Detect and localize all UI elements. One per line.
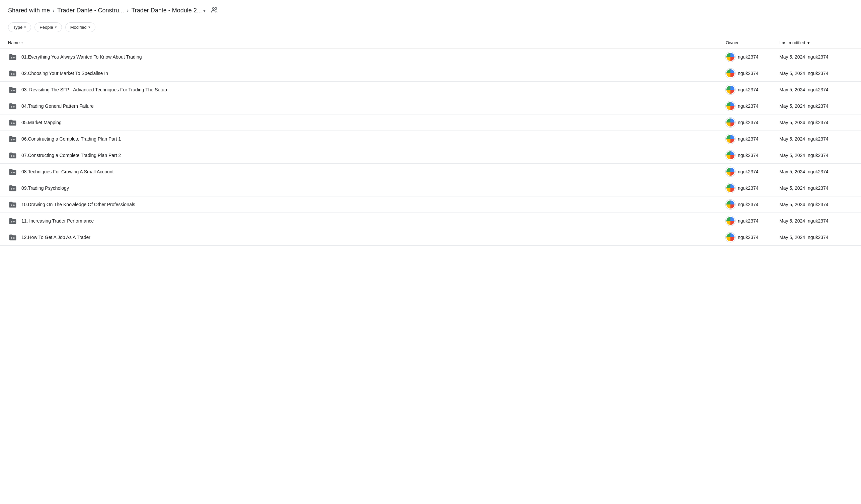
modified-by: nguk2374 xyxy=(808,153,829,158)
breadcrumb-dropdown-arrow[interactable]: ▾ xyxy=(203,8,206,13)
svg-point-24 xyxy=(11,237,12,239)
modified-filter-label: Modified xyxy=(70,25,87,30)
type-filter-arrow: ▾ xyxy=(24,25,26,29)
file-name-label: 12.How To Get A Job As A Trader xyxy=(22,235,91,240)
table-row[interactable]: 01.Everything You Always Wanted To Know … xyxy=(0,49,861,65)
svg-point-17 xyxy=(13,172,15,173)
folder-icon xyxy=(8,233,17,242)
modified-by: nguk2374 xyxy=(808,235,829,240)
owner-name: nguk2374 xyxy=(738,218,758,224)
modified-cell: May 5, 2024 nguk2374 xyxy=(774,213,861,229)
avatar xyxy=(726,151,735,160)
folder-icon xyxy=(8,69,17,78)
svg-point-12 xyxy=(11,139,12,141)
modified-cell: May 5, 2024 nguk2374 xyxy=(774,164,861,180)
table-row[interactable]: 04.Trading General Pattern Failure nguk2… xyxy=(0,98,861,114)
modified-filter-button[interactable]: Modified ▾ xyxy=(65,23,95,32)
file-name-cell: 03. Revisiting The SFP - Advanced Techni… xyxy=(0,82,720,98)
breadcrumb-trader-dante-constru[interactable]: Trader Dante - Constru... xyxy=(57,7,124,14)
file-name-label: 06.Constructing a Complete Trading Plan … xyxy=(22,136,121,142)
modified-cell: May 5, 2024 nguk2374 xyxy=(774,82,861,98)
owner-name: nguk2374 xyxy=(738,54,758,59)
name-col-label: Name xyxy=(8,40,20,45)
owner-name: nguk2374 xyxy=(738,202,758,207)
people-filter-button[interactable]: People ▾ xyxy=(35,23,62,32)
avatar xyxy=(726,134,735,143)
table-row[interactable]: 08.Techniques For Growing A Small Accoun… xyxy=(0,164,861,180)
file-name-label: 03. Revisiting The SFP - Advanced Techni… xyxy=(22,87,167,93)
file-name-cell: 01.Everything You Always Wanted To Know … xyxy=(0,49,720,65)
breadcrumb: Shared with me › Trader Dante - Constru.… xyxy=(0,0,861,20)
modified-filter-arrow: ▾ xyxy=(88,25,91,29)
name-sort-icon: ↑ xyxy=(21,41,23,45)
svg-point-25 xyxy=(13,237,15,239)
modified-sort-button[interactable]: Last modified ▼ xyxy=(779,40,810,45)
owner-cell: nguk2374 xyxy=(720,114,774,131)
breadcrumb-shared-with-me[interactable]: Shared with me xyxy=(8,7,50,14)
file-name-cell: 05.Market Mapping xyxy=(0,114,720,130)
file-name-label: 10.Drawing On The Knowledge Of Other Pro… xyxy=(22,202,135,207)
people-filter-arrow: ▾ xyxy=(55,25,57,29)
table-header-row: Name ↑ Owner Last modified ▼ xyxy=(0,37,861,49)
table-row[interactable]: 11. Increasing Trader Performance nguk23… xyxy=(0,213,861,229)
modified-date: May 5, 2024 xyxy=(779,103,805,109)
table-row[interactable]: 03. Revisiting The SFP - Advanced Techni… xyxy=(0,82,861,98)
owner-name: nguk2374 xyxy=(738,153,758,158)
avatar xyxy=(726,200,735,209)
svg-point-14 xyxy=(11,155,12,157)
svg-point-13 xyxy=(13,139,15,141)
name-column-header[interactable]: Name ↑ xyxy=(0,37,720,49)
owner-cell: nguk2374 xyxy=(720,65,774,82)
avatar xyxy=(726,183,735,193)
owner-name: nguk2374 xyxy=(738,169,758,174)
owner-cell: nguk2374 xyxy=(720,180,774,196)
name-sort-button[interactable]: Name ↑ xyxy=(8,40,23,45)
modified-date: May 5, 2024 xyxy=(779,153,805,158)
folder-icon xyxy=(8,151,17,160)
type-filter-label: Type xyxy=(13,25,23,30)
svg-point-9 xyxy=(13,106,15,108)
table-row[interactable]: 10.Drawing On The Knowledge Of Other Pro… xyxy=(0,196,861,213)
modified-by: nguk2374 xyxy=(808,71,829,76)
folder-icon xyxy=(8,52,17,61)
table-row[interactable]: 12.How To Get A Job As A Trader nguk2374… xyxy=(0,229,861,246)
modified-date: May 5, 2024 xyxy=(779,185,805,191)
manage-members-icon[interactable] xyxy=(211,6,218,15)
owner-cell: nguk2374 xyxy=(720,196,774,213)
modified-by: nguk2374 xyxy=(808,120,829,125)
modified-column-header[interactable]: Last modified ▼ xyxy=(774,37,861,49)
file-name-cell: 09.Trading Psychology xyxy=(0,180,720,196)
file-name-cell: 06.Constructing a Complete Trading Plan … xyxy=(0,131,720,147)
avatar xyxy=(726,216,735,226)
svg-point-22 xyxy=(11,221,12,223)
table-row[interactable]: 09.Trading Psychology nguk2374 May 5, 20… xyxy=(0,180,861,196)
owner-name: nguk2374 xyxy=(738,235,758,240)
folder-icon xyxy=(8,101,17,111)
svg-point-7 xyxy=(13,90,15,92)
avatar xyxy=(726,233,735,242)
modified-cell: May 5, 2024 nguk2374 xyxy=(774,49,861,65)
avatar xyxy=(726,101,735,111)
modified-cell: May 5, 2024 nguk2374 xyxy=(774,229,861,246)
avatar xyxy=(726,118,735,127)
avatar xyxy=(726,52,735,61)
breadcrumb-current-label[interactable]: Trader Dante - Module 2... xyxy=(131,7,202,14)
owner-col-label: Owner xyxy=(726,40,738,45)
owner-cell: nguk2374 xyxy=(720,213,774,229)
table-row[interactable]: 02.Choosing Your Market To Specialise In… xyxy=(0,65,861,82)
file-name-label: 02.Choosing Your Market To Specialise In xyxy=(22,71,108,76)
breadcrumb-sep-2: › xyxy=(126,7,128,14)
modified-date: May 5, 2024 xyxy=(779,120,805,125)
table-row[interactable]: 06.Constructing a Complete Trading Plan … xyxy=(0,131,861,147)
modified-date: May 5, 2024 xyxy=(779,71,805,76)
svg-point-11 xyxy=(13,123,15,124)
owner-column-header: Owner xyxy=(720,37,774,49)
table-row[interactable]: 05.Market Mapping nguk2374 May 5, 2024 n… xyxy=(0,114,861,131)
table-row[interactable]: 07.Constructing a Complete Trading Plan … xyxy=(0,147,861,164)
svg-point-10 xyxy=(11,123,12,124)
modified-by: nguk2374 xyxy=(808,169,829,174)
modified-sort-icon: ▼ xyxy=(806,41,810,45)
type-filter-button[interactable]: Type ▾ xyxy=(8,23,31,32)
folder-icon xyxy=(8,216,17,226)
file-name-label: 09.Trading Psychology xyxy=(22,185,69,191)
